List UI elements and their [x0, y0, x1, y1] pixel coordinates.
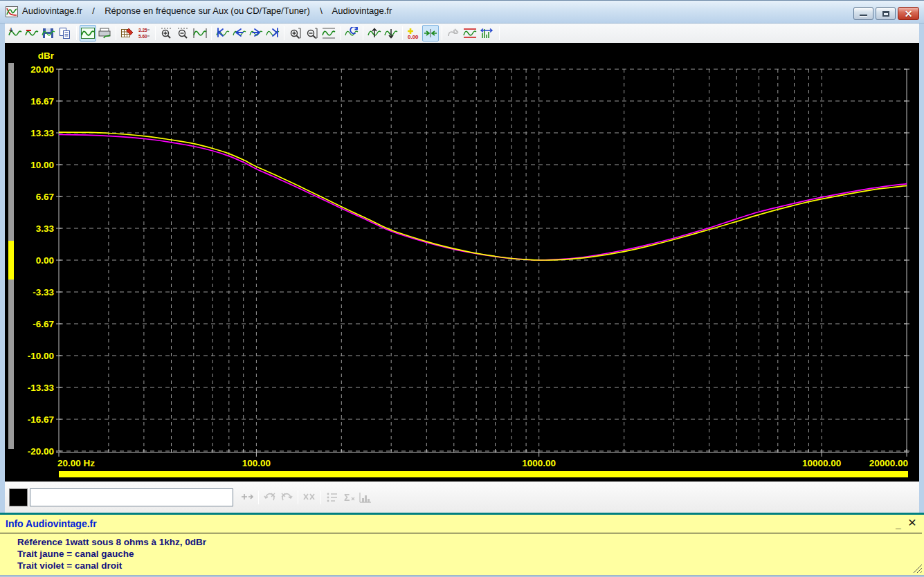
offset-zero-button[interactable]: 0.00 — [406, 25, 422, 42]
svg-text:20.00 Hz: 20.00 Hz — [57, 458, 95, 468]
goto-end-button[interactable] — [264, 25, 281, 42]
spectrum-cursors-button[interactable] — [478, 25, 495, 42]
redo-marker-button[interactable] — [278, 489, 295, 506]
toolbar-separator — [442, 26, 442, 40]
svg-text:10.00: 10.00 — [30, 160, 54, 170]
marker-list-icon — [325, 491, 339, 504]
toolbar-separator — [211, 26, 212, 40]
svg-text:20.00: 20.00 — [30, 64, 54, 75]
scale-down-button[interactable] — [383, 25, 399, 42]
svg-text:+: + — [9, 27, 13, 34]
copy-curve-button[interactable] — [57, 25, 73, 42]
svg-text:13.33: 13.33 — [30, 128, 54, 138]
step-forward-button[interactable] — [248, 25, 264, 42]
scale-down-icon — [384, 27, 398, 39]
close-icon: ✕ — [905, 9, 913, 19]
svg-text:Σ: Σ — [344, 492, 350, 503]
info-minimize-icon[interactable]: _ — [893, 516, 904, 529]
frequency-response-chart[interactable]: 20.0016.6713.3310.006.673.330.00-3.33-6.… — [5, 43, 919, 482]
subtract-curve-button[interactable] — [24, 25, 40, 42]
show-values-button[interactable]: 3.255.60 — [136, 25, 152, 42]
save-curve-button[interactable] — [40, 25, 57, 42]
step-back-icon — [233, 27, 246, 39]
toolbar-separator — [258, 491, 259, 504]
toolbar-separator — [76, 26, 77, 40]
rebuild-curve-button[interactable] — [343, 25, 360, 42]
waveform-app-icon — [6, 6, 18, 17]
limit-lines-button[interactable] — [462, 25, 478, 42]
export-curve-button[interactable] — [445, 25, 462, 42]
marker-histogram-icon — [359, 491, 372, 504]
info-line: Référence 1watt sous 8 ohms à 1khz, 0dBr — [17, 536, 206, 548]
goto-start-button[interactable] — [215, 25, 231, 42]
svg-text:16.67: 16.67 — [30, 96, 54, 107]
edit-grid-button[interactable] — [119, 25, 136, 42]
marker-toolbar-icons: Σ — [239, 489, 374, 506]
zoom-time-out-button[interactable] — [175, 25, 192, 42]
zoom-amp-in-button[interactable] — [287, 25, 304, 42]
view-curve-button[interactable] — [80, 25, 96, 42]
marker-text-input[interactable] — [30, 488, 233, 506]
zoom-amp-out-button[interactable] — [304, 25, 320, 42]
scale-up-button[interactable] — [366, 25, 383, 42]
resize-grip-icon[interactable] — [909, 560, 923, 574]
view-curve-icon — [81, 27, 95, 39]
fit-vertical-button[interactable] — [320, 25, 337, 42]
fit-horizontal-button[interactable] — [192, 25, 208, 42]
marker-offset-button[interactable] — [239, 489, 255, 506]
marker-histogram-button[interactable] — [357, 489, 374, 506]
toolbar-separator — [499, 26, 500, 40]
minimize-button[interactable] — [853, 7, 873, 20]
svg-text:100.00: 100.00 — [242, 458, 271, 468]
maximize-icon — [882, 11, 889, 17]
info-close-icon[interactable]: × — [905, 515, 919, 530]
svg-text:1000.00: 1000.00 — [522, 458, 556, 468]
toolbar-separator — [155, 26, 156, 40]
svg-text:0.00: 0.00 — [36, 255, 54, 266]
toolbar-separator — [116, 26, 116, 40]
delete-markers-button[interactable] — [301, 489, 318, 506]
print-curve-button[interactable] — [96, 25, 113, 42]
svg-text:-16.67: -16.67 — [28, 414, 54, 425]
info-line: Trait violet = canal droit — [17, 560, 206, 571]
align-curves-icon — [424, 27, 437, 39]
marker-list-button[interactable] — [324, 489, 341, 506]
svg-text:5.60: 5.60 — [138, 34, 147, 39]
close-button[interactable]: ✕ — [898, 7, 919, 20]
spectrum-cursors-icon — [480, 27, 493, 39]
goto-end-icon — [266, 27, 280, 39]
export-curve-icon — [446, 27, 460, 39]
vertical-scrollbar-thumb[interactable] — [8, 241, 14, 280]
marker-color-swatch[interactable] — [9, 488, 28, 506]
horizontal-scrollbar[interactable] — [59, 471, 908, 477]
toolbar-separator — [402, 26, 403, 40]
add-curve-button[interactable]: + — [7, 25, 24, 42]
svg-text:-13.33: -13.33 — [28, 383, 55, 393]
zoom-amp-out-icon — [305, 27, 319, 39]
svg-text:6.67: 6.67 — [36, 192, 54, 202]
redo-marker-icon — [280, 491, 293, 504]
undo-marker-button[interactable] — [262, 489, 278, 506]
svg-text:-6.67: -6.67 — [33, 319, 54, 329]
chart-area: 20.0016.6713.3310.006.673.330.00-3.33-6.… — [5, 43, 919, 482]
zoom-time-in-button[interactable] — [158, 25, 175, 42]
info-panel: Info Audiovintage.fr _ × Référence 1watt… — [0, 513, 924, 575]
marker-sum-button[interactable]: Σ — [341, 489, 357, 506]
marker-offset-icon — [240, 491, 254, 504]
step-back-button[interactable] — [231, 25, 248, 42]
scale-up-icon — [368, 27, 381, 39]
toolbar: +3.255.600.00 — [5, 24, 919, 43]
toolbar-separator — [284, 26, 284, 40]
maximize-button[interactable] — [876, 7, 896, 20]
limit-lines-icon — [463, 27, 477, 39]
svg-text:dBr: dBr — [38, 51, 55, 61]
svg-text:3.33: 3.33 — [36, 223, 55, 234]
subtract-curve-icon — [25, 27, 39, 39]
align-curves-button[interactable] — [422, 25, 439, 42]
edit-grid-icon — [120, 27, 134, 39]
fit-vertical-icon — [322, 27, 336, 39]
info-header-divider — [0, 533, 922, 533]
info-line: Trait jaune = canal gauche — [17, 548, 206, 560]
svg-text:-10.00: -10.00 — [28, 351, 54, 361]
save-curve-icon — [42, 27, 55, 39]
